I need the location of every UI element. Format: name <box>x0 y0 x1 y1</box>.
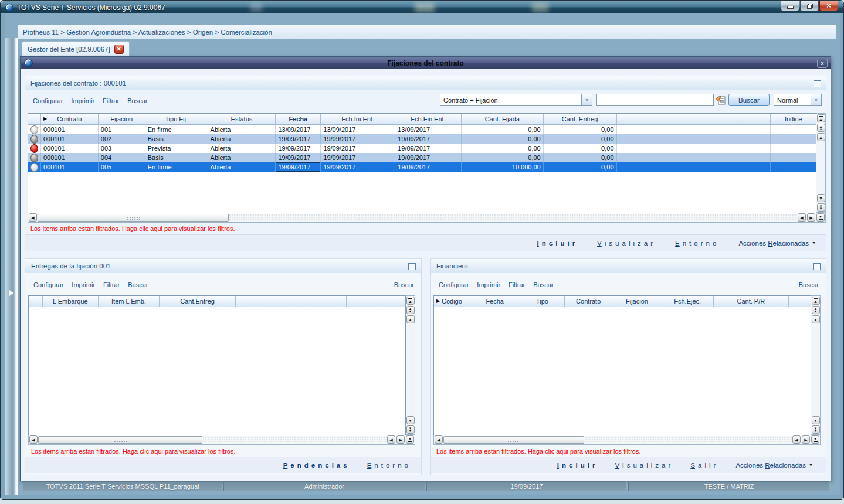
column-cant-entreg[interactable]: Cant.Entreg <box>160 296 236 307</box>
buscar-right-link[interactable]: Buscar <box>799 281 819 288</box>
buscar-link[interactable]: Buscar <box>128 281 148 288</box>
column-estatus[interactable]: Estatus <box>208 114 276 124</box>
scroll-page-up-button[interactable]: ▲▲ <box>812 306 820 314</box>
sidebar-collapsed-strip[interactable] <box>5 38 18 495</box>
dialog-close-button[interactable]: x <box>817 59 828 68</box>
filter-notice[interactable]: Los items arriba estan filtrados. Haga c… <box>31 448 235 455</box>
column-status[interactable] <box>28 114 41 124</box>
configurar-link[interactable]: Configurar <box>33 97 63 104</box>
close-button[interactable]: × <box>819 1 838 11</box>
scroll-page-up-button[interactable]: ▲▲ <box>817 124 825 132</box>
vertical-scrollbar[interactable]: ▲ ▲▲ ▲ ▼ ▼▼ <box>406 295 415 435</box>
configurar-link[interactable]: Configurar <box>33 281 63 288</box>
column-cant-fijada[interactable]: Cant. Fijada <box>462 114 544 124</box>
entorno-button[interactable]: Entorno <box>675 240 716 247</box>
buscar-link[interactable]: Buscar <box>533 281 553 288</box>
column-blank[interactable] <box>789 296 811 307</box>
combo-dropdown-icon[interactable]: ▼ <box>811 94 821 105</box>
filtrar-link[interactable]: Filtrar <box>103 97 119 104</box>
scroll-down-button[interactable]: ▼ <box>817 194 825 202</box>
configurar-link[interactable]: Configurar <box>439 281 469 288</box>
column-contrato[interactable]: ▶Contrato <box>41 114 99 124</box>
panel-maximize-icon[interactable] <box>408 263 416 270</box>
column-fch-ini-ent[interactable]: Fch.Ini.Ent. <box>321 114 395 124</box>
table-row[interactable]: 000101 001 En firme Abierta 13/09/2017 1… <box>28 125 816 134</box>
vertical-scrollbar[interactable]: ▲ ▲▲ ▲ ▼ ▼▼ <box>811 295 821 435</box>
horizontal-scrollbar[interactable]: ◀ ◀ ▶ ▼ <box>28 213 826 223</box>
column-blank[interactable] <box>347 296 405 307</box>
scroll-left-button[interactable]: ◀ <box>798 213 806 222</box>
column-blank[interactable] <box>617 114 771 124</box>
buscar-link[interactable]: Buscar <box>127 97 147 104</box>
scroll-down-button[interactable]: ▼ <box>812 416 820 424</box>
scroll-last-button[interactable]: ▼ <box>811 435 819 444</box>
column-cant-pr[interactable]: Cant. P/R <box>714 296 789 307</box>
pendencias-button[interactable]: Pendencias <box>283 462 347 469</box>
column-tipo[interactable]: Tipo <box>520 296 565 307</box>
column-fch-ejec[interactable]: Fch.Ejec. <box>662 296 714 307</box>
filtrar-link[interactable]: Filtrar <box>103 281 120 288</box>
column-codigo[interactable]: ▶Codigo <box>434 296 470 307</box>
column-tipo-fij[interactable]: Tipo Fij. <box>145 114 208 124</box>
column-fijacion[interactable]: Fijacion <box>99 114 145 124</box>
scroll-left-button[interactable]: ◀ <box>387 435 395 444</box>
scroll-first-button[interactable]: ▲ <box>406 297 415 305</box>
scrollbar-thumb[interactable] <box>38 214 229 222</box>
scroll-right-button[interactable]: ▶ <box>802 435 810 444</box>
column-fijacion[interactable]: Fijacion <box>612 296 662 307</box>
acciones-relacionadas-button[interactable]: Acciones Relacionadas▼ <box>735 462 813 469</box>
scrollbar-thumb[interactable] <box>443 436 584 444</box>
imprimir-link[interactable]: Imprimir <box>72 281 95 288</box>
scroll-page-down-button[interactable]: ▼▼ <box>812 425 820 434</box>
filtrar-link[interactable]: Filtrar <box>509 281 525 288</box>
restore-button[interactable] <box>800 1 819 11</box>
combo-dropdown-icon[interactable]: ▼ <box>581 94 592 105</box>
entorno-button[interactable]: Entorno <box>367 462 408 469</box>
filter-notice[interactable]: Los items arriba estan filtrados. Haga c… <box>436 448 640 455</box>
tab-gestor-del-ente[interactable]: Gestor del Ente [02.9.0067] ✕ <box>22 41 130 56</box>
sidebar-expand-arrow-icon[interactable] <box>9 290 13 296</box>
column-cant-entreg[interactable]: Cant. Entreg <box>544 114 617 124</box>
scroll-left-button[interactable]: ◀ <box>792 435 801 444</box>
column-indice[interactable]: Indice <box>771 114 816 124</box>
scroll-right-button[interactable]: ▶ <box>396 435 405 444</box>
imprimir-link[interactable]: Imprimir <box>477 281 500 288</box>
scroll-left-button[interactable]: ◀ <box>29 435 38 444</box>
horizontal-scrollbar[interactable]: ◀ ◀ ▶ ▼ <box>28 435 415 445</box>
incluir-button[interactable]: Incluir <box>557 462 595 469</box>
scroll-down-button[interactable]: ▼ <box>406 416 415 424</box>
column-fecha[interactable]: Fecha <box>276 114 321 124</box>
scroll-page-down-button[interactable]: ▼▼ <box>817 203 825 212</box>
scroll-page-up-button[interactable]: ▲▲ <box>406 306 415 314</box>
search-mode-combo[interactable]: Normal ▼ <box>774 94 822 106</box>
scroll-first-button[interactable]: ▲ <box>817 114 825 122</box>
visualizar-button[interactable]: Visualizar <box>615 462 670 469</box>
table-row[interactable]: 000101 003 Prevista Abierta 19/09/2017 1… <box>28 144 816 153</box>
search-index-combo[interactable]: Contrato + Fijacion ▼ <box>440 94 592 106</box>
table-row[interactable]: 000101 004 Basis Abierta 19/09/2017 19/0… <box>28 153 816 162</box>
filter-notice[interactable]: Los items arriba estan filtrados. Haga c… <box>30 225 235 232</box>
buscar-button[interactable]: Buscar <box>728 94 770 106</box>
scrollbar-track[interactable] <box>584 436 792 444</box>
scroll-last-button[interactable]: ▼ <box>816 213 825 222</box>
scroll-last-button[interactable]: ▼ <box>406 435 414 444</box>
search-input[interactable] <box>596 94 714 106</box>
scroll-left-button[interactable]: ◀ <box>29 213 37 222</box>
incluir-button[interactable]: Incluir <box>537 240 575 247</box>
column-fch-fin-ent[interactable]: Fch.Fin.Ent. <box>395 114 462 124</box>
column-item-l-emb[interactable]: Item L Emb. <box>99 296 160 307</box>
salir-button[interactable]: Salir <box>690 462 716 469</box>
table-row-selected[interactable]: 000101 005 En firme Abierta 19/09/2017 1… <box>28 162 816 172</box>
scrollbar-track[interactable] <box>229 214 797 222</box>
panel-maximize-icon[interactable] <box>814 80 821 87</box>
acciones-relacionadas-button[interactable]: Acciones Relacionadas▼ <box>738 240 816 247</box>
scroll-left-button[interactable]: ◀ <box>435 435 443 444</box>
scroll-up-button[interactable]: ▲ <box>406 315 415 323</box>
column-blank[interactable] <box>317 296 347 307</box>
column-blank[interactable] <box>29 296 43 307</box>
vertical-scrollbar[interactable]: ▲ ▲▲ ▲ ▼ ▼▼ <box>816 113 826 213</box>
scrollbar-track[interactable] <box>202 436 387 444</box>
imprimir-link[interactable]: Imprimir <box>71 97 94 104</box>
column-fecha[interactable]: Fecha <box>470 296 520 307</box>
panel-maximize-icon[interactable] <box>813 263 821 270</box>
